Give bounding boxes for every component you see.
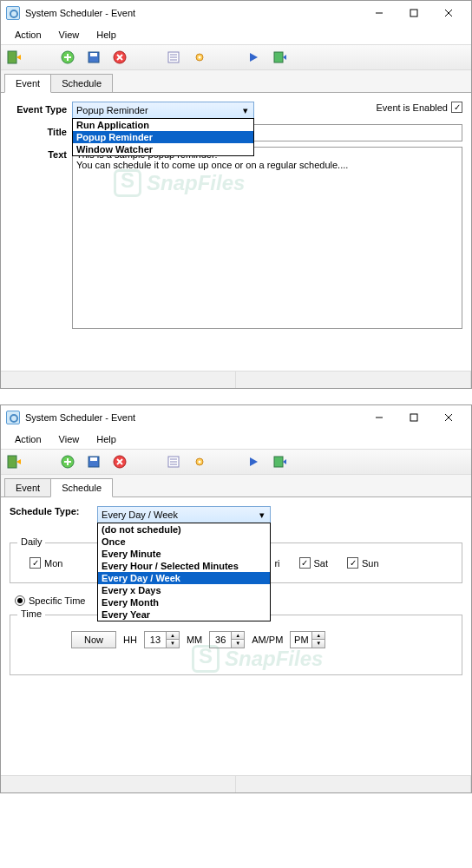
export-icon[interactable] xyxy=(272,49,287,65)
day-sun[interactable]: Sun xyxy=(347,557,379,569)
delete-icon[interactable] xyxy=(112,49,128,65)
day-mon[interactable]: Mon xyxy=(30,557,62,569)
close-button[interactable] xyxy=(431,406,466,429)
hh-input[interactable] xyxy=(144,631,167,648)
radio-specific-dot[interactable] xyxy=(15,595,25,606)
gear-icon[interactable] xyxy=(192,49,207,65)
dd-every-minute[interactable]: Every Minute xyxy=(98,548,270,560)
close-button[interactable] xyxy=(431,2,466,24)
schedule-type-label: Schedule Type: xyxy=(10,506,95,516)
dd-every-hour[interactable]: Every Hour / Selected Minutes xyxy=(98,560,270,572)
time-legend: Time xyxy=(17,608,45,619)
ampm-label: AM/PM xyxy=(252,635,283,645)
menu-view[interactable]: View xyxy=(50,28,88,42)
ampm-up[interactable]: ▲ xyxy=(312,632,324,640)
exit-icon[interactable] xyxy=(6,49,22,65)
tab-schedule[interactable]: Schedule xyxy=(50,478,113,497)
event-type-label: Event Type xyxy=(10,102,72,115)
app-icon xyxy=(6,411,20,424)
ampm-input[interactable] xyxy=(290,631,312,648)
event-enabled[interactable]: Event is Enabled xyxy=(376,102,462,113)
text-label: Text xyxy=(10,147,72,160)
ampm-spinner[interactable]: ▲▼ xyxy=(290,631,325,648)
mm-label: MM xyxy=(187,635,202,645)
titlebar: System Scheduler - Event xyxy=(1,405,471,430)
svg-rect-1 xyxy=(8,51,16,63)
play-icon[interactable] xyxy=(246,454,261,470)
dd-no-schedule[interactable]: (do not schedule) xyxy=(98,523,270,536)
dd-every-x-days[interactable]: Every x Days xyxy=(98,584,270,596)
tabbar: Event Schedule xyxy=(1,475,471,497)
hh-label: HH xyxy=(123,635,137,645)
hh-down[interactable]: ▼ xyxy=(167,640,179,648)
menu-action[interactable]: Action xyxy=(6,28,50,42)
menubar: Action View Help xyxy=(1,430,471,449)
dd-every-month[interactable]: Every Month xyxy=(98,596,270,608)
minimize-button[interactable] xyxy=(362,406,397,429)
save-icon[interactable] xyxy=(86,454,102,470)
svg-rect-11 xyxy=(8,456,16,468)
chevron-down-icon: ▾ xyxy=(239,104,252,116)
list-icon[interactable] xyxy=(166,49,181,65)
mm-down[interactable]: ▼ xyxy=(232,640,244,648)
tab-schedule[interactable]: Schedule xyxy=(50,74,113,92)
dd-once[interactable]: Once xyxy=(98,536,270,548)
menu-help[interactable]: Help xyxy=(88,432,125,446)
save-icon[interactable] xyxy=(86,49,102,65)
menu-view[interactable]: View xyxy=(50,432,88,446)
dd-every-day[interactable]: Every Day / Week xyxy=(98,572,270,584)
play-icon[interactable] xyxy=(246,49,261,65)
day-sun-checkbox[interactable] xyxy=(347,557,358,569)
menu-help[interactable]: Help xyxy=(88,28,125,42)
time-fieldset: Time Now HH ▲▼ MM ▲▼ AM/PM ▲▼ xyxy=(10,615,462,675)
day-sat[interactable]: Sat xyxy=(299,557,329,569)
svg-point-18 xyxy=(199,461,201,464)
tab-event[interactable]: Event xyxy=(4,74,51,93)
ampm-down[interactable]: ▼ xyxy=(312,640,324,648)
window-event: System Scheduler - Event Action View Hel… xyxy=(0,0,472,389)
toolbar xyxy=(1,449,471,475)
add-icon[interactable] xyxy=(60,49,75,65)
event-type-combo[interactable]: Popup Reminder ▾ Run Application Popup R… xyxy=(72,102,254,119)
svg-rect-19 xyxy=(274,457,283,467)
maximize-button[interactable] xyxy=(397,2,431,24)
window-title: System Scheduler - Event xyxy=(25,412,362,423)
svg-rect-4 xyxy=(90,53,97,56)
schedule-type-combo[interactable]: Every Day / Week ▾ (do not schedule) Onc… xyxy=(97,506,271,523)
event-enabled-checkbox[interactable] xyxy=(451,102,462,113)
event-content: Event Type Popup Reminder ▾ Run Applicat… xyxy=(1,93,471,371)
dd-window-watcher[interactable]: Window Watcher xyxy=(73,143,253,155)
text-textarea[interactable]: This is a sample popup reminder! You can… xyxy=(72,147,462,329)
dd-run-application[interactable]: Run Application xyxy=(73,119,253,131)
minimize-button[interactable] xyxy=(362,2,397,24)
dd-every-year[interactable]: Every Year xyxy=(98,608,270,621)
list-icon[interactable] xyxy=(166,454,181,470)
dd-popup-reminder[interactable]: Popup Reminder xyxy=(73,131,253,143)
hh-spinner[interactable]: ▲▼ xyxy=(144,631,180,648)
schedule-content: Schedule Type: Every Day / Week ▾ (do no… xyxy=(1,497,471,775)
mm-up[interactable]: ▲ xyxy=(232,632,244,640)
day-fri[interactable]: ri xyxy=(274,557,279,569)
day-sat-checkbox[interactable] xyxy=(299,557,311,569)
radio-specific-time[interactable]: Specific Time xyxy=(15,595,85,606)
maximize-button[interactable] xyxy=(397,406,431,429)
mm-input[interactable] xyxy=(209,631,232,648)
delete-icon[interactable] xyxy=(112,454,128,470)
mm-spinner[interactable]: ▲▼ xyxy=(209,631,245,648)
statusbar xyxy=(1,371,471,388)
now-button[interactable]: Now xyxy=(71,631,116,648)
svg-rect-14 xyxy=(90,457,97,461)
hh-up[interactable]: ▲ xyxy=(167,632,179,640)
gear-icon[interactable] xyxy=(192,454,207,470)
exit-icon[interactable] xyxy=(6,454,22,470)
menu-action[interactable]: Action xyxy=(6,432,50,446)
svg-point-8 xyxy=(199,56,201,59)
add-icon[interactable] xyxy=(60,454,75,470)
export-icon[interactable] xyxy=(272,454,287,470)
tab-event[interactable]: Event xyxy=(4,478,51,496)
toolbar xyxy=(1,44,471,70)
titlebar: System Scheduler - Event xyxy=(1,1,471,25)
app-icon xyxy=(6,6,20,20)
tabbar: Event Schedule xyxy=(1,70,471,93)
day-mon-checkbox[interactable] xyxy=(30,557,41,569)
